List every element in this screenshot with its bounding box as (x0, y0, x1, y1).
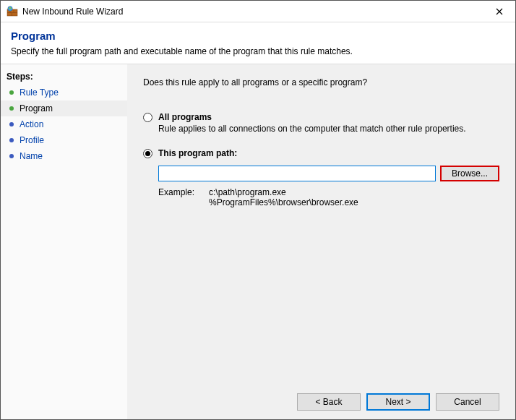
step-rule-type[interactable]: Rule Type (1, 85, 127, 100)
svg-point-9 (9, 138, 14, 142)
step-label: Rule Type (20, 87, 59, 98)
step-label: Action (20, 119, 43, 129)
svg-point-8 (9, 122, 14, 127)
steps-title: Steps: (1, 70, 127, 85)
titlebar: New Inbound Rule Wizard (1, 1, 515, 22)
question-text: Does this rule apply to all programs or … (143, 77, 499, 87)
next-button-label: Next > (385, 397, 410, 407)
step-label: Profile (20, 135, 44, 145)
wizard-body: Steps: Rule Type Program Action (1, 64, 515, 419)
example-values: c:\path\program.exe %ProgramFiles%\brows… (209, 187, 358, 207)
option-label: This program path: (158, 148, 237, 158)
step-label: Program (20, 103, 53, 113)
bullet-icon (7, 87, 17, 98)
browse-button-label: Browse... (452, 168, 488, 179)
browse-button[interactable]: Browse... (440, 166, 499, 181)
step-action[interactable]: Action (1, 116, 127, 132)
example-block: Example: c:\path\program.exe %ProgramFil… (158, 187, 499, 207)
option-this-program-path[interactable]: This program path: (143, 148, 499, 158)
option-all-description: Rule applies to all connections on the c… (158, 124, 499, 134)
cancel-button-label: Cancel (454, 397, 481, 407)
close-button[interactable] (483, 1, 515, 22)
bullet-icon (7, 151, 17, 161)
page-title: Program (11, 30, 505, 42)
page-description: Specify the full program path and execut… (11, 46, 505, 56)
window-title: New Inbound Rule Wizard (22, 7, 483, 17)
bullet-icon (7, 103, 17, 113)
option-all-programs[interactable]: All programs (143, 112, 499, 122)
option-label: All programs (158, 112, 212, 122)
bullet-icon (7, 119, 17, 129)
program-path-row: Browse... (158, 166, 499, 181)
wizard-header: Program Specify the full program path an… (1, 22, 515, 64)
steps-sidebar: Steps: Rule Type Program Action (1, 64, 127, 419)
step-label: Name (20, 151, 43, 161)
bullet-icon (7, 135, 17, 145)
back-button-label: < Back (315, 397, 342, 407)
firewall-icon (7, 6, 18, 17)
next-button[interactable]: Next > (366, 393, 430, 411)
example-label: Example: (158, 187, 209, 207)
wizard-window: New Inbound Rule Wizard Program Specify … (0, 0, 516, 420)
radio-icon[interactable] (143, 113, 152, 122)
back-button[interactable]: < Back (297, 393, 361, 411)
content-panel: Does this rule apply to all programs or … (127, 64, 515, 419)
radio-icon[interactable] (143, 149, 152, 158)
step-name[interactable]: Name (1, 148, 127, 164)
step-program[interactable]: Program (1, 100, 127, 116)
svg-point-7 (9, 106, 14, 111)
svg-point-10 (9, 154, 14, 158)
step-profile[interactable]: Profile (1, 132, 127, 148)
svg-point-6 (9, 90, 14, 95)
wizard-footer: < Back Next > Cancel (143, 385, 499, 411)
cancel-button[interactable]: Cancel (436, 393, 499, 411)
program-path-input[interactable] (158, 166, 436, 181)
